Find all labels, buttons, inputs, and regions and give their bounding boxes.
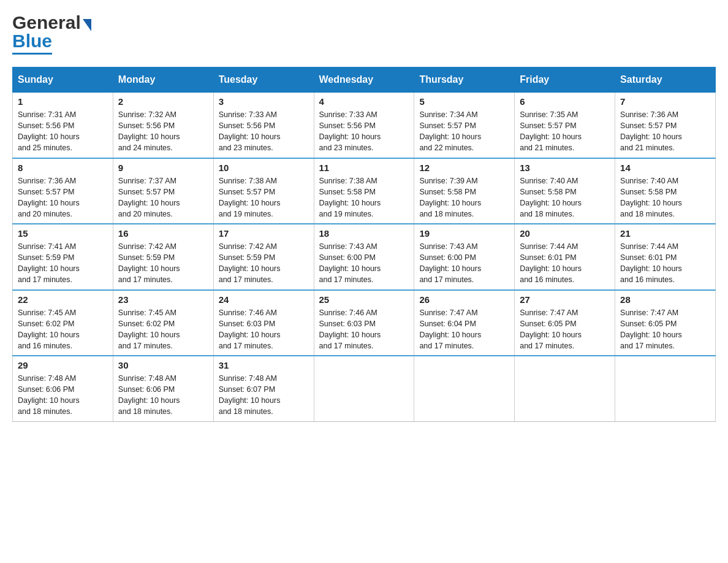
calendar-cell: 25 Sunrise: 7:46 AM Sunset: 6:03 PM Dayl… bbox=[314, 290, 414, 356]
calendar-cell: 28 Sunrise: 7:47 AM Sunset: 6:05 PM Dayl… bbox=[615, 290, 716, 356]
calendar-cell: 18 Sunrise: 7:43 AM Sunset: 6:00 PM Dayl… bbox=[314, 224, 414, 290]
day-info: Sunrise: 7:47 AM Sunset: 6:05 PM Dayligh… bbox=[520, 307, 610, 352]
day-number: 16 bbox=[118, 228, 208, 239]
day-number: 15 bbox=[18, 228, 108, 239]
calendar-cell: 3 Sunrise: 7:33 AM Sunset: 5:56 PM Dayli… bbox=[213, 92, 314, 158]
calendar-cell: 31 Sunrise: 7:48 AM Sunset: 6:07 PM Dayl… bbox=[213, 356, 314, 421]
logo-blue: Blue bbox=[12, 31, 52, 55]
calendar-cell: 11 Sunrise: 7:38 AM Sunset: 5:58 PM Dayl… bbox=[314, 158, 414, 224]
calendar-cell: 5 Sunrise: 7:34 AM Sunset: 5:57 PM Dayli… bbox=[414, 92, 515, 158]
calendar-week-2: 8 Sunrise: 7:36 AM Sunset: 5:57 PM Dayli… bbox=[13, 158, 716, 224]
day-number: 30 bbox=[118, 360, 208, 370]
day-header-thursday: Thursday bbox=[414, 67, 515, 92]
day-header-friday: Friday bbox=[515, 67, 615, 92]
day-header-saturday: Saturday bbox=[615, 67, 716, 92]
day-number: 26 bbox=[419, 294, 509, 305]
calendar-cell: 20 Sunrise: 7:44 AM Sunset: 6:01 PM Dayl… bbox=[515, 224, 615, 290]
calendar-cell: 30 Sunrise: 7:48 AM Sunset: 6:06 PM Dayl… bbox=[113, 356, 213, 421]
day-number: 22 bbox=[18, 294, 108, 305]
day-number: 3 bbox=[219, 96, 309, 107]
day-number: 9 bbox=[118, 163, 208, 173]
page-header: General Blue bbox=[12, 12, 716, 55]
calendar-week-3: 15 Sunrise: 7:41 AM Sunset: 5:59 PM Dayl… bbox=[13, 224, 716, 290]
day-info: Sunrise: 7:33 AM Sunset: 5:56 PM Dayligh… bbox=[319, 109, 409, 154]
day-info: Sunrise: 7:32 AM Sunset: 5:56 PM Dayligh… bbox=[118, 109, 208, 154]
calendar-table: SundayMondayTuesdayWednesdayThursdayFrid… bbox=[12, 67, 716, 422]
calendar-cell bbox=[515, 356, 615, 421]
day-header-tuesday: Tuesday bbox=[213, 67, 314, 92]
day-number: 17 bbox=[219, 228, 309, 239]
logo-triangle-icon bbox=[83, 19, 91, 31]
day-info: Sunrise: 7:47 AM Sunset: 6:04 PM Dayligh… bbox=[419, 307, 509, 352]
day-number: 25 bbox=[319, 294, 409, 305]
day-number: 19 bbox=[419, 228, 509, 239]
calendar-cell: 6 Sunrise: 7:35 AM Sunset: 5:57 PM Dayli… bbox=[515, 92, 615, 158]
logo: General Blue bbox=[12, 12, 91, 55]
logo-blue-row: Blue bbox=[12, 31, 52, 55]
day-info: Sunrise: 7:48 AM Sunset: 6:06 PM Dayligh… bbox=[118, 373, 208, 418]
calendar-week-4: 22 Sunrise: 7:45 AM Sunset: 6:02 PM Dayl… bbox=[13, 290, 716, 356]
day-header-monday: Monday bbox=[113, 67, 213, 92]
calendar-cell: 26 Sunrise: 7:47 AM Sunset: 6:04 PM Dayl… bbox=[414, 290, 515, 356]
day-info: Sunrise: 7:48 AM Sunset: 6:07 PM Dayligh… bbox=[219, 373, 309, 418]
day-info: Sunrise: 7:46 AM Sunset: 6:03 PM Dayligh… bbox=[319, 307, 409, 352]
calendar-cell: 2 Sunrise: 7:32 AM Sunset: 5:56 PM Dayli… bbox=[113, 92, 213, 158]
day-info: Sunrise: 7:44 AM Sunset: 6:01 PM Dayligh… bbox=[520, 241, 610, 286]
calendar-cell: 16 Sunrise: 7:42 AM Sunset: 5:59 PM Dayl… bbox=[113, 224, 213, 290]
day-info: Sunrise: 7:40 AM Sunset: 5:58 PM Dayligh… bbox=[520, 175, 610, 220]
day-info: Sunrise: 7:39 AM Sunset: 5:58 PM Dayligh… bbox=[419, 175, 509, 220]
day-number: 1 bbox=[18, 96, 108, 107]
calendar-cell: 14 Sunrise: 7:40 AM Sunset: 5:58 PM Dayl… bbox=[615, 158, 716, 224]
day-number: 13 bbox=[520, 163, 610, 173]
day-info: Sunrise: 7:38 AM Sunset: 5:58 PM Dayligh… bbox=[319, 175, 409, 220]
day-number: 27 bbox=[520, 294, 610, 305]
calendar-cell: 23 Sunrise: 7:45 AM Sunset: 6:02 PM Dayl… bbox=[113, 290, 213, 356]
calendar-cell: 8 Sunrise: 7:36 AM Sunset: 5:57 PM Dayli… bbox=[13, 158, 113, 224]
day-number: 18 bbox=[319, 228, 409, 239]
day-info: Sunrise: 7:35 AM Sunset: 5:57 PM Dayligh… bbox=[520, 109, 610, 154]
day-info: Sunrise: 7:48 AM Sunset: 6:06 PM Dayligh… bbox=[18, 373, 108, 418]
calendar-cell: 17 Sunrise: 7:42 AM Sunset: 5:59 PM Dayl… bbox=[213, 224, 314, 290]
calendar-week-5: 29 Sunrise: 7:48 AM Sunset: 6:06 PM Dayl… bbox=[13, 356, 716, 421]
calendar-cell: 22 Sunrise: 7:45 AM Sunset: 6:02 PM Dayl… bbox=[13, 290, 113, 356]
calendar-cell: 21 Sunrise: 7:44 AM Sunset: 6:01 PM Dayl… bbox=[615, 224, 716, 290]
day-info: Sunrise: 7:47 AM Sunset: 6:05 PM Dayligh… bbox=[620, 307, 710, 352]
day-info: Sunrise: 7:42 AM Sunset: 5:59 PM Dayligh… bbox=[118, 241, 208, 286]
calendar-cell bbox=[314, 356, 414, 421]
calendar-cell: 15 Sunrise: 7:41 AM Sunset: 5:59 PM Dayl… bbox=[13, 224, 113, 290]
calendar-cell: 27 Sunrise: 7:47 AM Sunset: 6:05 PM Dayl… bbox=[515, 290, 615, 356]
day-info: Sunrise: 7:34 AM Sunset: 5:57 PM Dayligh… bbox=[419, 109, 509, 154]
day-number: 2 bbox=[118, 96, 208, 107]
day-info: Sunrise: 7:46 AM Sunset: 6:03 PM Dayligh… bbox=[219, 307, 309, 352]
day-info: Sunrise: 7:38 AM Sunset: 5:57 PM Dayligh… bbox=[219, 175, 309, 220]
day-info: Sunrise: 7:45 AM Sunset: 6:02 PM Dayligh… bbox=[18, 307, 108, 352]
day-number: 12 bbox=[419, 163, 509, 173]
day-header-wednesday: Wednesday bbox=[314, 67, 414, 92]
calendar-header-row: SundayMondayTuesdayWednesdayThursdayFrid… bbox=[13, 67, 716, 92]
calendar-week-1: 1 Sunrise: 7:31 AM Sunset: 5:56 PM Dayli… bbox=[13, 92, 716, 158]
day-number: 8 bbox=[18, 163, 108, 173]
day-number: 23 bbox=[118, 294, 208, 305]
calendar-cell: 24 Sunrise: 7:46 AM Sunset: 6:03 PM Dayl… bbox=[213, 290, 314, 356]
calendar-cell bbox=[615, 356, 716, 421]
day-number: 20 bbox=[520, 228, 610, 239]
day-header-sunday: Sunday bbox=[13, 67, 113, 92]
day-number: 28 bbox=[620, 294, 710, 305]
calendar-cell: 4 Sunrise: 7:33 AM Sunset: 5:56 PM Dayli… bbox=[314, 92, 414, 158]
day-number: 7 bbox=[620, 96, 710, 107]
calendar-cell: 1 Sunrise: 7:31 AM Sunset: 5:56 PM Dayli… bbox=[13, 92, 113, 158]
calendar-cell: 12 Sunrise: 7:39 AM Sunset: 5:58 PM Dayl… bbox=[414, 158, 515, 224]
day-number: 14 bbox=[620, 163, 710, 173]
day-info: Sunrise: 7:43 AM Sunset: 6:00 PM Dayligh… bbox=[419, 241, 509, 286]
day-info: Sunrise: 7:40 AM Sunset: 5:58 PM Dayligh… bbox=[620, 175, 710, 220]
day-number: 24 bbox=[219, 294, 309, 305]
logo-general: General bbox=[12, 12, 81, 33]
calendar-cell: 13 Sunrise: 7:40 AM Sunset: 5:58 PM Dayl… bbox=[515, 158, 615, 224]
day-info: Sunrise: 7:41 AM Sunset: 5:59 PM Dayligh… bbox=[18, 241, 108, 286]
day-info: Sunrise: 7:36 AM Sunset: 5:57 PM Dayligh… bbox=[18, 175, 108, 220]
day-number: 21 bbox=[620, 228, 710, 239]
day-number: 10 bbox=[219, 163, 309, 173]
day-info: Sunrise: 7:43 AM Sunset: 6:00 PM Dayligh… bbox=[319, 241, 409, 286]
day-info: Sunrise: 7:44 AM Sunset: 6:01 PM Dayligh… bbox=[620, 241, 710, 286]
day-number: 11 bbox=[319, 163, 409, 173]
